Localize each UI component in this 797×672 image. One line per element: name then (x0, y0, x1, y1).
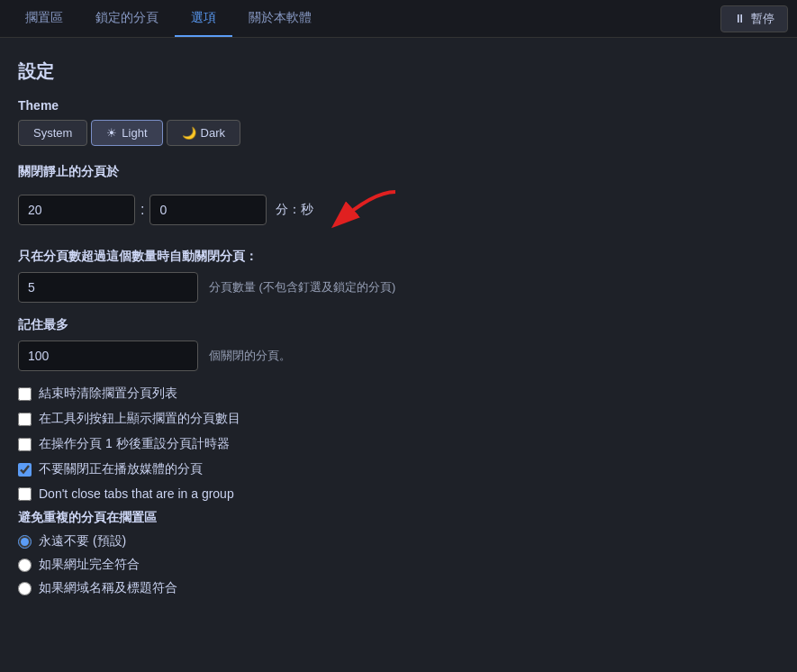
checkbox-label-4: Don't close tabs that are in a group (39, 486, 234, 501)
radio-label-2: 如果網域名稱及標題符合 (39, 580, 177, 596)
theme-light-button[interactable]: ☀ Light (91, 120, 162, 146)
checkbox-row-4: Don't close tabs that are in a group (18, 486, 779, 501)
page-title: 設定 (18, 59, 779, 84)
theme-selector: System ☀ Light 🌙 Dark (18, 120, 779, 146)
tab-about[interactable]: 關於本軟體 (232, 0, 328, 37)
remember-note: 個關閉的分頁。 (209, 348, 291, 364)
checkbox-label-3: 不要關閉正在播放媒體的分頁 (39, 461, 203, 477)
theme-dark-label: Dark (201, 126, 225, 140)
checkbox-no-close-media[interactable] (18, 463, 32, 477)
pause-icon: ⏸ (734, 12, 746, 25)
theme-light-label: Light (122, 126, 147, 140)
radio-domain-title[interactable] (18, 582, 32, 595)
auto-close-section: 只在分頁數超過這個數量時自動關閉分頁： 分頁數量 (不包含釘選及鎖定的分頁) (18, 249, 779, 303)
radio-row-2: 如果網域名稱及標題符合 (18, 580, 779, 596)
close-inactive-label: 關閉靜止的分頁於 (18, 164, 779, 180)
auto-close-label: 只在分頁數超過這個數量時自動關閉分頁： (18, 249, 779, 265)
remember-label: 記住最多 (18, 317, 779, 333)
radio-never[interactable] (18, 535, 32, 549)
theme-label: Theme (18, 98, 779, 113)
checkbox-label-1: 在工具列按鈕上顯示擱置的分頁數目 (39, 411, 240, 427)
theme-system-label: System (33, 126, 72, 140)
radio-label-0: 永遠不要 (預設) (39, 533, 126, 549)
seconds-input[interactable] (149, 195, 267, 225)
radio-row-1: 如果網址完全符合 (18, 557, 779, 573)
pause-label: 暫停 (751, 11, 774, 27)
sun-icon: ☀ (106, 126, 117, 140)
top-navigation: 擱置區 鎖定的分頁 選項 關於本軟體 ⏸ 暫停 (0, 0, 797, 38)
pause-button[interactable]: ⏸ 暫停 (720, 5, 788, 32)
checkbox-row-3: 不要關閉正在播放媒體的分頁 (18, 461, 779, 477)
tab-count-input[interactable] (18, 272, 198, 303)
checkbox-reset-timer[interactable] (18, 438, 32, 451)
minutes-input[interactable] (18, 195, 135, 225)
checkbox-show-count[interactable] (18, 413, 32, 426)
tab-options[interactable]: 選項 (175, 0, 232, 37)
tab-locked[interactable]: 鎖定的分頁 (79, 0, 175, 37)
close-inactive-section: 關閉靜止的分頁於 : 分：秒 (18, 164, 779, 232)
checkbox-label-2: 在操作分頁 1 秒後重設分頁計時器 (39, 436, 230, 452)
red-arrow-icon (319, 187, 400, 232)
auto-close-note: 分頁數量 (不包含釘選及鎖定的分頁) (209, 279, 395, 295)
checkbox-row-2: 在操作分頁 1 秒後重設分頁計時器 (18, 436, 779, 452)
settings-panel: 設定 Theme System ☀ Light 🌙 Dark 關閉靜止的分頁於 … (0, 38, 797, 625)
checkbox-row-0: 結束時清除擱置分頁列表 (18, 386, 779, 402)
avoid-duplicates-section: 避免重複的分頁在擱置區 永遠不要 (預設) 如果網址完全符合 如果網域名稱及標題… (18, 510, 779, 596)
theme-system-button[interactable]: System (18, 120, 87, 146)
radio-label-1: 如果網址完全符合 (39, 557, 140, 573)
moon-icon: 🌙 (182, 126, 196, 140)
remember-section: 記住最多 個關閉的分頁。 (18, 317, 779, 371)
checkboxes-section: 結束時清除擱置分頁列表 在工具列按鈕上顯示擱置的分頁數目 在操作分頁 1 秒後重… (18, 386, 779, 501)
checkbox-no-close-group[interactable] (18, 487, 32, 501)
remember-row: 個關閉的分頁。 (18, 341, 779, 371)
checkbox-label-0: 結束時清除擱置分頁列表 (39, 386, 177, 402)
time-unit-label: 分：秒 (276, 202, 313, 218)
time-row: : 分：秒 (18, 187, 779, 232)
remember-count-input[interactable] (18, 341, 198, 371)
tab-shelved[interactable]: 擱置區 (9, 0, 79, 37)
arrow-indicator (319, 187, 400, 232)
checkbox-clear-shelved[interactable] (18, 387, 32, 401)
radio-row-0: 永遠不要 (預設) (18, 533, 779, 549)
time-separator: : (140, 202, 144, 218)
checkbox-row-1: 在工具列按鈕上顯示擱置的分頁數目 (18, 411, 779, 427)
theme-dark-button[interactable]: 🌙 Dark (167, 120, 240, 146)
auto-close-row: 分頁數量 (不包含釘選及鎖定的分頁) (18, 272, 779, 303)
avoid-duplicates-label: 避免重複的分頁在擱置區 (18, 510, 779, 526)
radio-exact-url[interactable] (18, 558, 32, 572)
